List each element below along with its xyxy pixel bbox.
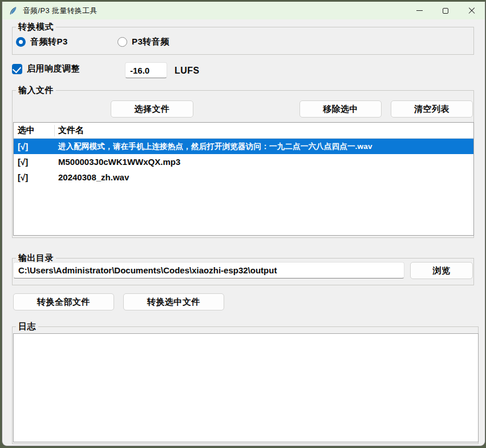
- column-header-filename[interactable]: 文件名: [55, 125, 473, 136]
- clear-list-button[interactable]: 清空列表: [391, 100, 473, 118]
- maximize-button[interactable]: [432, 2, 459, 19]
- radio-selected-icon: [16, 37, 26, 47]
- mode-group: 转换模式 音频转P3 P3转音频: [12, 27, 474, 55]
- log-group-title: 日志: [16, 321, 38, 332]
- radio-audio-to-p3-label: 音频转P3: [30, 37, 68, 47]
- log-textarea[interactable]: [13, 333, 479, 442]
- input-files-group-title: 输入文件: [16, 85, 56, 96]
- file-list-header[interactable]: 选中 文件名: [14, 123, 473, 139]
- file-row-checkmark: [√]: [14, 157, 55, 167]
- file-row-filename: 20240308_zh.wav: [55, 172, 473, 182]
- convert-all-button[interactable]: 转换全部文件: [13, 293, 114, 310]
- app-window: 音频/P3 批量转换工具 转换模式 音频转P3 P3转音频 启用响度调整 LUF…: [2, 2, 485, 446]
- lufs-value-input[interactable]: [125, 62, 167, 78]
- column-header-checked[interactable]: 选中: [14, 125, 55, 136]
- titlebar: 音频/P3 批量转换工具: [2, 2, 485, 19]
- minimize-icon: [416, 10, 423, 11]
- radio-p3-to-audio[interactable]: P3转音频: [118, 37, 169, 47]
- radio-unselected-icon: [118, 37, 127, 47]
- loudness-checkbox-label: 启用响度调整: [27, 63, 80, 74]
- close-icon: [468, 7, 475, 14]
- convert-selected-button[interactable]: 转换选中文件: [123, 293, 224, 310]
- select-files-button[interactable]: 选择文件: [111, 100, 193, 118]
- loudness-checkbox-row[interactable]: 启用响度调整: [12, 63, 80, 74]
- file-row-filename: 进入配网模式，请在手机上连接热点，然后打开浏览器访问：一九二点一六八点四点一.w…: [55, 142, 473, 152]
- remove-selected-button[interactable]: 移除选中: [299, 100, 382, 118]
- file-row-checkmark: [√]: [14, 142, 55, 151]
- maximize-icon: [443, 8, 448, 14]
- radio-audio-to-p3[interactable]: 音频转P3: [16, 37, 68, 47]
- file-list: 选中 文件名 [√] 进入配网模式，请在手机上连接热点，然后打开浏览器访问：一九…: [13, 122, 474, 236]
- python-feather-icon: [9, 6, 18, 15]
- output-dir-input[interactable]: [13, 262, 404, 279]
- mode-group-title: 转换模式: [16, 22, 56, 33]
- file-row[interactable]: [√] 20240308_zh.wav: [14, 169, 473, 185]
- radio-p3-to-audio-label: P3转音频: [132, 37, 169, 47]
- minimize-button[interactable]: [406, 2, 432, 19]
- file-row[interactable]: [√] 进入配网模式，请在手机上连接热点，然后打开浏览器访问：一九二点一六八点四…: [14, 139, 473, 154]
- file-row[interactable]: [√] M500003J0cWK1WWxQX.mp3: [14, 154, 473, 169]
- close-button[interactable]: [459, 2, 485, 19]
- checkbox-checked-icon[interactable]: [12, 64, 22, 74]
- browse-button[interactable]: 浏览: [410, 262, 473, 279]
- lufs-unit-label: LUFS: [175, 66, 200, 76]
- window-title: 音频/P3 批量转换工具: [23, 6, 98, 16]
- file-row-filename: M500003J0cWK1WWxQX.mp3: [55, 157, 473, 167]
- file-row-checkmark: [√]: [14, 172, 55, 182]
